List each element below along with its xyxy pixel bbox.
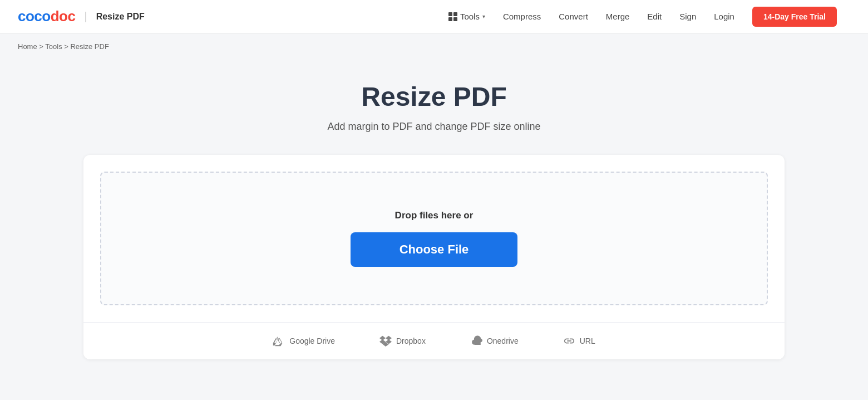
- logo-area: cocodoc | Resize PDF: [18, 8, 145, 25]
- gdrive-label: Google Drive: [289, 336, 335, 345]
- onedrive-label: Onedrive: [487, 336, 519, 345]
- drop-zone[interactable]: Drop files here or Choose File: [100, 172, 768, 305]
- breadcrumb-tools[interactable]: Tools: [45, 42, 62, 51]
- cloud-source-dropbox[interactable]: Dropbox: [379, 335, 426, 347]
- logo: cocodoc: [18, 8, 75, 25]
- cloud-source-url[interactable]: URL: [563, 335, 595, 347]
- breadcrumb-area: Home > Tools > Resize PDF: [0, 33, 868, 59]
- upload-card: Drop files here or Choose File Google Dr…: [83, 155, 785, 359]
- nav-edit[interactable]: Edit: [647, 12, 662, 21]
- nav-tools[interactable]: Tools ▾: [448, 12, 485, 21]
- breadcrumb-sep1: >: [37, 42, 46, 51]
- free-trial-button[interactable]: 14-Day Free Trial: [752, 7, 837, 27]
- breadcrumb-home[interactable]: Home: [18, 42, 37, 51]
- drop-text: Drop files here or: [395, 210, 474, 221]
- page-subtitle: Add margin to PDF and change PDF size on…: [327, 121, 540, 133]
- cloud-source-gdrive[interactable]: Google Drive: [273, 335, 335, 347]
- cloud-source-onedrive[interactable]: Onedrive: [470, 335, 519, 347]
- logo-product: Resize PDF: [96, 12, 145, 22]
- page-title: Resize PDF: [361, 81, 506, 112]
- main-nav: Tools ▾ Compress Convert Merge Edit Sign…: [448, 7, 837, 27]
- main-content: Resize PDF Add margin to PDF and change …: [0, 59, 868, 393]
- nav-merge[interactable]: Merge: [606, 12, 630, 21]
- header: cocodoc | Resize PDF Tools ▾ Compress Co…: [0, 0, 868, 33]
- url-label: URL: [580, 336, 595, 345]
- chevron-down-icon: ▾: [482, 13, 485, 19]
- nav-login[interactable]: Login: [714, 12, 734, 21]
- breadcrumb-current: Resize PDF: [70, 42, 108, 51]
- nav-convert[interactable]: Convert: [559, 12, 588, 21]
- nav-compress[interactable]: Compress: [503, 12, 541, 21]
- breadcrumb: Home > Tools > Resize PDF: [18, 42, 109, 51]
- nav-sign[interactable]: Sign: [679, 12, 696, 21]
- choose-file-button[interactable]: Choose File: [351, 232, 517, 267]
- nav-tools-label: Tools: [460, 12, 480, 21]
- breadcrumb-sep2: >: [62, 42, 71, 51]
- cloud-sources: Google Drive Dropbox Onedrive: [83, 322, 785, 359]
- dropbox-icon: [379, 335, 392, 347]
- onedrive-icon: [470, 335, 482, 347]
- logo-divider: |: [84, 10, 87, 23]
- tools-grid-icon: [448, 12, 457, 21]
- dropbox-label: Dropbox: [396, 336, 426, 345]
- url-icon: [563, 335, 575, 347]
- logo-doc: doc: [51, 8, 76, 25]
- gdrive-icon: [273, 335, 285, 347]
- logo-coco: coco: [18, 8, 51, 25]
